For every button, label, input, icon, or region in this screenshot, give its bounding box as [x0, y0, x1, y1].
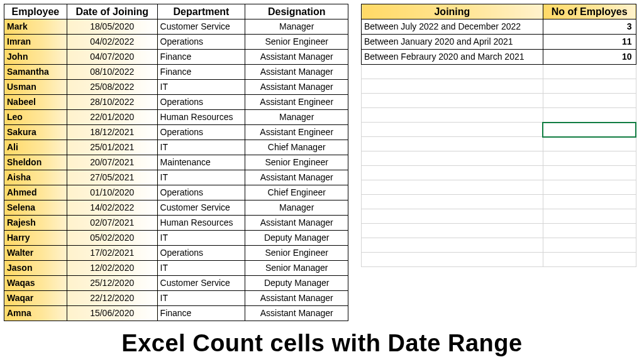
cell-count[interactable]: 10	[543, 50, 636, 65]
empty-cell[interactable]	[362, 209, 543, 224]
cell-date[interactable]: 17/02/2021	[67, 246, 157, 261]
cell-employee[interactable]: Samantha	[4, 65, 67, 80]
cell-designation[interactable]: Senior Engineer	[245, 246, 348, 261]
col-designation[interactable]: Designation	[245, 4, 348, 19]
cell-employee[interactable]: Walter	[4, 246, 67, 261]
cell-date[interactable]: 04/07/2020	[67, 50, 157, 65]
cell-designation[interactable]: Chief Manager	[245, 140, 348, 155]
cell-designation[interactable]: Assistant Manager	[245, 291, 348, 306]
cell-date[interactable]: 15/06/2020	[67, 306, 157, 321]
empty-cell[interactable]	[362, 166, 543, 180]
col-joining[interactable]: Joining	[362, 4, 543, 19]
cell-designation[interactable]: Manager	[245, 19, 348, 35]
cell-employee[interactable]: Waqar	[4, 291, 67, 306]
cell-date[interactable]: 18/05/2020	[67, 19, 157, 35]
cell-joining[interactable]: Between January 2020 and April 2021	[362, 35, 543, 50]
cell-date[interactable]: 22/01/2020	[67, 110, 157, 125]
cell-department[interactable]: Human Resources	[157, 110, 245, 125]
cell-employee[interactable]: Leo	[4, 110, 67, 125]
empty-cell[interactable]	[543, 94, 636, 108]
cell-employee[interactable]: Harry	[4, 231, 67, 246]
cell-employee[interactable]: Selena	[4, 200, 67, 216]
cell-designation[interactable]: Assistant Manager	[245, 216, 348, 231]
cell-joining[interactable]: Between July 2022 and December 2022	[362, 19, 543, 35]
cell-date[interactable]: 22/12/2020	[67, 291, 157, 306]
cell-employee[interactable]: Imran	[4, 35, 67, 50]
cell-date[interactable]: 20/07/2021	[67, 155, 157, 170]
cell-department[interactable]: Operations	[157, 125, 245, 140]
cell-employee[interactable]: Usman	[4, 80, 67, 95]
col-department[interactable]: Department	[157, 4, 245, 19]
cell-count[interactable]: 3	[543, 19, 636, 35]
cell-department[interactable]: IT	[157, 80, 245, 95]
empty-cell[interactable]	[362, 253, 543, 267]
cell-date[interactable]: 28/10/2022	[67, 95, 157, 110]
cell-department[interactable]: Finance	[157, 65, 245, 80]
cell-joining[interactable]: Between Febraury 2020 and March 2021	[362, 50, 543, 65]
cell-date[interactable]: 05/02/2020	[67, 231, 157, 246]
col-date-joining[interactable]: Date of Joining	[67, 4, 157, 19]
cell-date[interactable]: 08/10/2022	[67, 65, 157, 80]
cell-designation[interactable]: Deputy Manager	[245, 276, 348, 291]
cell-department[interactable]: IT	[157, 261, 245, 276]
empty-cell[interactable]	[362, 108, 543, 123]
cell-designation[interactable]: Manager	[245, 200, 348, 216]
cell-employee[interactable]: Amna	[4, 306, 67, 321]
empty-cell[interactable]	[362, 195, 543, 209]
cell-count[interactable]: 11	[543, 35, 636, 50]
cell-date[interactable]: 18/12/2021	[67, 125, 157, 140]
cell-designation[interactable]: Assistant Manager	[245, 306, 348, 321]
cell-designation[interactable]: Assistant Manager	[245, 170, 348, 185]
cell-designation[interactable]: Senior Manager	[245, 261, 348, 276]
cell-employee[interactable]: Rajesh	[4, 216, 67, 231]
cell-designation[interactable]: Senior Engineer	[245, 155, 348, 170]
empty-cell[interactable]	[543, 224, 636, 238]
cell-department[interactable]: Operations	[157, 95, 245, 110]
cell-department[interactable]: IT	[157, 291, 245, 306]
empty-cell[interactable]	[543, 166, 636, 180]
cell-department[interactable]: Operations	[157, 35, 245, 50]
empty-cell[interactable]	[362, 65, 543, 79]
cell-date[interactable]: 04/02/2022	[67, 35, 157, 50]
empty-cell[interactable]	[543, 151, 636, 166]
empty-cell[interactable]	[362, 137, 543, 151]
empty-cell[interactable]	[362, 238, 543, 253]
cell-employee[interactable]: Sakura	[4, 125, 67, 140]
cell-date[interactable]: 25/01/2021	[67, 140, 157, 155]
cell-department[interactable]: Customer Service	[157, 276, 245, 291]
cell-employee[interactable]: John	[4, 50, 67, 65]
cell-department[interactable]: IT	[157, 231, 245, 246]
empty-cell[interactable]	[362, 94, 543, 108]
cell-designation[interactable]: Assistant Manager	[245, 50, 348, 65]
cell-employee[interactable]: Aisha	[4, 170, 67, 185]
active-cell[interactable]	[543, 123, 636, 137]
cell-employee[interactable]: Waqas	[4, 276, 67, 291]
cell-department[interactable]: Maintenance	[157, 155, 245, 170]
cell-department[interactable]: IT	[157, 140, 245, 155]
cell-date[interactable]: 25/12/2020	[67, 276, 157, 291]
empty-cell[interactable]	[362, 151, 543, 166]
cell-designation[interactable]: Manager	[245, 110, 348, 125]
cell-department[interactable]: IT	[157, 170, 245, 185]
empty-cell[interactable]	[543, 180, 636, 195]
cell-date[interactable]: 27/05/2021	[67, 170, 157, 185]
cell-department[interactable]: Customer Service	[157, 200, 245, 216]
cell-designation[interactable]: Chief Engineer	[245, 185, 348, 200]
empty-cell[interactable]	[362, 180, 543, 195]
empty-cell[interactable]	[543, 253, 636, 267]
cell-employee[interactable]: Ahmed	[4, 185, 67, 200]
empty-cell[interactable]	[362, 224, 543, 238]
empty-cell[interactable]	[543, 238, 636, 253]
empty-cell[interactable]	[543, 195, 636, 209]
cell-designation[interactable]: Assistant Engineer	[245, 95, 348, 110]
cell-department[interactable]: Customer Service	[157, 19, 245, 35]
cell-employee[interactable]: Mark	[4, 19, 67, 35]
cell-employee[interactable]: Ali	[4, 140, 67, 155]
cell-designation[interactable]: Senior Engineer	[245, 35, 348, 50]
empty-cell[interactable]	[543, 65, 636, 79]
col-count[interactable]: No of Employes	[543, 4, 636, 19]
empty-cell[interactable]	[543, 209, 636, 224]
empty-cell[interactable]	[543, 137, 636, 151]
empty-cell[interactable]	[543, 108, 636, 123]
cell-department[interactable]: Human Resources	[157, 216, 245, 231]
